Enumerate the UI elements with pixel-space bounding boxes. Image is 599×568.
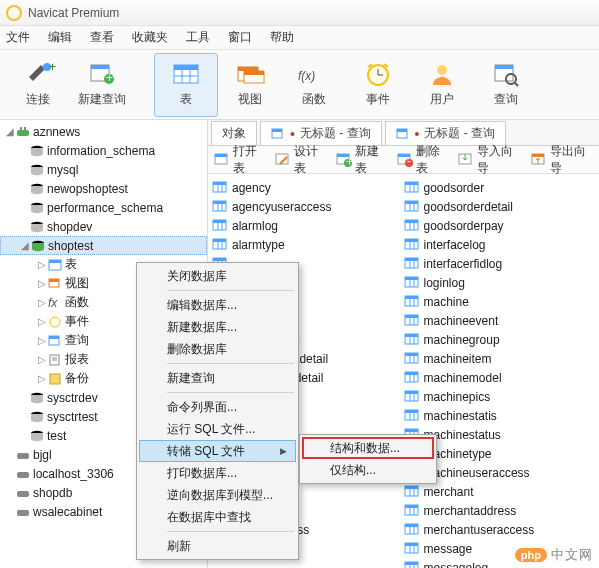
- title-bar: Navicat Premium: [0, 0, 599, 26]
- table-name: agencyuseraccess: [232, 200, 331, 214]
- db-node-selected[interactable]: ◢shoptest: [0, 236, 207, 255]
- submenu-dump-sql[interactable]: 结构和数据... 仅结构...: [299, 434, 437, 484]
- open-table-button[interactable]: 打开表: [214, 143, 265, 177]
- view-icon: [48, 278, 62, 290]
- ctx-cmd[interactable]: 命令列界面...: [139, 396, 296, 418]
- toolbar-event[interactable]: 事件: [346, 53, 410, 117]
- table-row[interactable]: machinegroup: [404, 330, 596, 349]
- ctx-find-in-db[interactable]: 在数据库中查找: [139, 506, 296, 528]
- table-row[interactable]: machineitem: [404, 349, 596, 368]
- db-node[interactable]: information_schema: [0, 141, 207, 160]
- toolbar-function[interactable]: f(x) 函数: [282, 53, 346, 117]
- toolbar-new-query[interactable]: + 新建查询: [70, 53, 134, 117]
- ctx-delete-db[interactable]: 删除数据库: [139, 338, 296, 360]
- svg-text:+: +: [106, 71, 113, 85]
- table-row[interactable]: alarmlog: [212, 216, 404, 235]
- design-table-button[interactable]: 设计表: [275, 143, 326, 177]
- design-icon: [275, 152, 291, 168]
- expand-icon[interactable]: ◢: [19, 240, 31, 251]
- toolbar-table[interactable]: 表: [154, 53, 218, 117]
- table-row[interactable]: interfacelog: [404, 235, 596, 254]
- ctx-new-query[interactable]: 新建查询: [139, 367, 296, 389]
- table-name: goodsorderdetail: [424, 200, 513, 214]
- app-logo-icon: [6, 5, 22, 21]
- table-row[interactable]: merchant: [404, 482, 596, 501]
- table-icon: [404, 352, 420, 366]
- toolbar-view[interactable]: 视图: [218, 53, 282, 117]
- query-icon: [48, 335, 62, 347]
- database-icon: [30, 164, 44, 176]
- menu-window[interactable]: 窗口: [228, 29, 252, 46]
- connection-icon: [16, 505, 30, 519]
- menu-tools[interactable]: 工具: [186, 29, 210, 46]
- menu-edit[interactable]: 编辑: [48, 29, 72, 46]
- table-row[interactable]: agencyuseraccess: [212, 197, 404, 216]
- delete-table-button[interactable]: -删除表: [397, 143, 448, 177]
- submenu-struct-data[interactable]: 结构和数据...: [302, 437, 434, 459]
- expand-icon[interactable]: ◢: [4, 126, 16, 137]
- table-row[interactable]: goodsorderpay: [404, 216, 596, 235]
- menu-file[interactable]: 文件: [6, 29, 30, 46]
- table-name: alarmlog: [232, 219, 278, 233]
- export-wizard-button[interactable]: 导出向导: [531, 143, 593, 177]
- table-name: goodsorder: [424, 181, 485, 195]
- collapse-icon[interactable]: ▷: [36, 259, 48, 270]
- tab-query-2[interactable]: •无标题 - 查询: [385, 121, 507, 145]
- toolbar-user[interactable]: 用户: [410, 53, 474, 117]
- watermark-text: 中文网: [551, 546, 593, 564]
- ctx-dump-sql[interactable]: 转储 SQL 文件▶: [139, 440, 296, 462]
- db-node[interactable]: mysql: [0, 160, 207, 179]
- table-row[interactable]: agency: [212, 178, 404, 197]
- svg-rect-55: [397, 129, 407, 132]
- table-icon: [404, 276, 420, 290]
- ctx-run-sql[interactable]: 运行 SQL 文件...: [139, 418, 296, 440]
- menu-favorites[interactable]: 收藏夹: [132, 29, 168, 46]
- ctx-refresh[interactable]: 刷新: [139, 535, 296, 557]
- open-icon: [214, 152, 230, 168]
- menu-view[interactable]: 查看: [90, 29, 114, 46]
- watermark: php 中文网: [515, 546, 593, 564]
- toolbar-connect[interactable]: + 连接: [6, 53, 70, 117]
- context-menu[interactable]: 关闭数据库 编辑数据库... 新建数据库... 删除数据库 新建查询 命令列界面…: [136, 262, 299, 560]
- svg-rect-49: [17, 472, 29, 478]
- submenu-struct-only[interactable]: 仅结构...: [302, 459, 434, 481]
- table-icon: [404, 390, 420, 404]
- conn-node[interactable]: ◢ aznnews: [0, 122, 207, 141]
- table-row[interactable]: machine: [404, 292, 596, 311]
- import-wizard-button[interactable]: 导入向导: [458, 143, 520, 177]
- table-row[interactable]: goodsorder: [404, 178, 596, 197]
- tab-objects[interactable]: 对象: [211, 121, 257, 145]
- table-name: machinegroup: [424, 333, 500, 347]
- db-node[interactable]: performance_schema: [0, 198, 207, 217]
- table-row[interactable]: interfacerfidlog: [404, 254, 596, 273]
- toolbar-query[interactable]: 查询: [474, 53, 538, 117]
- table-icon: [404, 523, 420, 537]
- ctx-edit-db[interactable]: 编辑数据库...: [139, 294, 296, 316]
- table-row[interactable]: machinemodel: [404, 368, 596, 387]
- new-table-button[interactable]: +新建表: [336, 143, 387, 177]
- db-node[interactable]: shopdev: [0, 217, 207, 236]
- db-node[interactable]: newopshoptest: [0, 179, 207, 198]
- table-row[interactable]: goodsorderdetail: [404, 197, 596, 216]
- watermark-badge: php: [515, 548, 547, 562]
- table-row[interactable]: alarmtype: [212, 235, 404, 254]
- table-name: machineitem: [424, 352, 492, 366]
- table-row[interactable]: merchantaddress: [404, 501, 596, 520]
- ctx-close-db[interactable]: 关闭数据库: [139, 265, 296, 287]
- database-icon: [30, 392, 44, 404]
- table-row[interactable]: merchantuseraccess: [404, 520, 596, 539]
- table-row[interactable]: machinestatis: [404, 406, 596, 425]
- clock-icon: [363, 61, 393, 87]
- tab-query-1[interactable]: •无标题 - 查询: [260, 121, 382, 145]
- svg-rect-3: [91, 65, 109, 69]
- ctx-print-db[interactable]: 打印数据库...: [139, 462, 296, 484]
- ctx-reverse[interactable]: 逆向数据库到模型...: [139, 484, 296, 506]
- grid-plus-icon: +: [87, 61, 117, 87]
- table-row[interactable]: loginlog: [404, 273, 596, 292]
- svg-rect-227: [405, 543, 418, 546]
- menu-help[interactable]: 帮助: [270, 29, 294, 46]
- table-row[interactable]: machinepics: [404, 387, 596, 406]
- ctx-new-db[interactable]: 新建数据库...: [139, 316, 296, 338]
- connection-icon: [16, 486, 30, 500]
- table-row[interactable]: machineevent: [404, 311, 596, 330]
